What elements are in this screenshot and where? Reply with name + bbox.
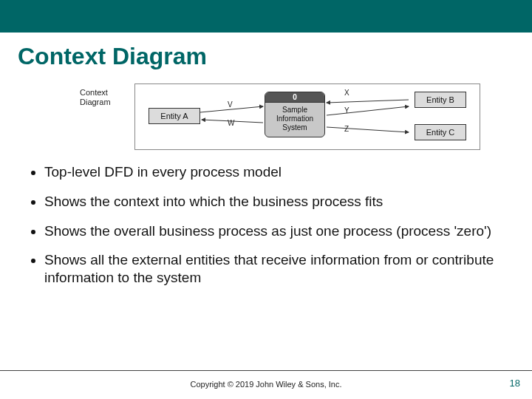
bullet-item: Shows the context into which the busines… [44,193,502,211]
context-diagram-figure: Context Diagram Entity A Entity B Entity… [81,83,480,150]
diagram-border: Entity A Entity B Entity C 0 Sample Info… [134,83,480,150]
diagram-caption: Context Diagram [80,88,111,107]
flow-y-label: Y [344,106,349,115]
process-zero: 0 Sample Information System [265,92,325,137]
page-number: 18 [510,378,520,389]
entity-b: Entity B [415,92,466,108]
copyright-text: Copyright © 2019 John Wiley & Sons, Inc. [0,380,532,389]
bullet-list: Top-level DFD in every process model Sho… [44,163,502,287]
flow-w-label: W [228,119,234,127]
svg-line-4 [327,127,409,132]
svg-line-2 [327,100,409,103]
bullet-item: Top-level DFD in every process model [44,163,502,181]
svg-line-3 [327,106,409,115]
flow-z-label: Z [344,125,349,133]
bullet-item: Shows all the external entities that rec… [44,251,502,287]
header-bar [0,0,532,33]
entity-a: Entity A [149,108,200,124]
process-name: Sample Information System [265,103,324,135]
flow-x-label: X [344,89,349,97]
flow-v-label: V [228,100,233,109]
footer-divider [0,370,532,371]
process-number: 0 [265,92,324,103]
diagram-caption-line1: Context [80,88,108,97]
bullet-item: Shows the overall business process as ju… [44,222,502,240]
slide-title: Context Diagram [0,33,532,76]
diagram-caption-line2: Diagram [80,98,111,106]
entity-c: Entity C [415,124,466,140]
